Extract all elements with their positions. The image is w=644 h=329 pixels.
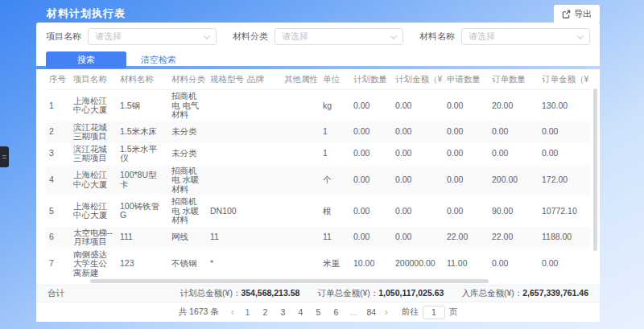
table-cell xyxy=(244,195,281,227)
table-cell: 0.00 xyxy=(392,143,444,165)
table-row: 5上海松江中心大厦100铸铁管G招商机电 水暖材料DN100根0.000.000… xyxy=(46,195,590,227)
project-name-label: 项目名称 xyxy=(46,31,81,43)
table-cell xyxy=(281,227,320,249)
table-cell: 上海松江中心大厦 xyxy=(70,90,117,121)
page-button[interactable]: 3 xyxy=(277,307,289,317)
drawer-toggle-handle[interactable] xyxy=(0,146,9,167)
total-count-text: 共 1673 条 xyxy=(179,306,219,318)
project-name-placeholder: 请选择 xyxy=(95,31,122,43)
page-button[interactable]: 4 xyxy=(295,307,307,317)
column-header: 申请数量 xyxy=(444,69,489,90)
table-cell: 网线 xyxy=(168,227,207,249)
horizontal-scrollbar[interactable] xyxy=(90,279,489,283)
column-header: 品牌 xyxy=(244,69,281,90)
table-cell xyxy=(281,249,320,279)
project-name-select[interactable]: 请选择 xyxy=(88,28,217,45)
table-cell xyxy=(244,143,281,165)
column-header: 项目名称 xyxy=(70,69,117,90)
table-cell xyxy=(207,143,244,165)
table-cell: 0.00 xyxy=(350,195,392,227)
goto-page-input[interactable] xyxy=(423,306,445,319)
filter-panel: 项目名称 请选择 材料分类 请选择 材料名称 请选择 搜索 清空检索 xyxy=(36,23,600,66)
column-header: 材料名称 xyxy=(117,69,168,90)
table-cell: 太空电梯--月球项目 xyxy=(70,227,117,249)
export-icon xyxy=(562,10,571,19)
table-cell: 1188.00 xyxy=(539,227,590,249)
table-cell: 未分类 xyxy=(168,143,207,165)
page-button[interactable]: 2 xyxy=(259,307,271,317)
table-cell: 0.00 xyxy=(392,227,444,249)
material-name-label: 材料名称 xyxy=(419,31,455,43)
material-name-select[interactable]: 请选择 xyxy=(461,28,590,45)
table-cell: 200.00 xyxy=(489,165,539,196)
table-cell: 1 xyxy=(46,90,70,121)
filter-row: 项目名称 请选择 材料分类 请选择 材料名称 请选择 xyxy=(46,28,590,45)
column-header: 计划金额（¥） xyxy=(392,69,444,90)
table-row: 3滨江花城三期项目1.5米水平仪未分类10.000.000.000.000.00 xyxy=(46,143,590,165)
table-cell: 米重 xyxy=(320,249,350,279)
table-cell: 11.00 xyxy=(444,249,489,279)
material-category-select[interactable]: 请选择 xyxy=(275,28,403,45)
table-cell: 0.00 xyxy=(444,143,489,165)
table-cell: 0.00 xyxy=(392,121,444,143)
page-button[interactable]: 5 xyxy=(312,307,324,317)
column-header: 其他属性 xyxy=(281,69,320,90)
vertical-scrollbar[interactable] xyxy=(593,88,597,251)
table-cell: 0.00 xyxy=(392,90,444,121)
page-button[interactable]: 84 xyxy=(365,307,378,317)
page-button[interactable]: 1 xyxy=(242,307,254,317)
column-header: 单位 xyxy=(320,69,350,90)
table-cell: 0.00 xyxy=(444,195,489,227)
next-page-button[interactable]: › xyxy=(383,307,390,317)
table-cell: 0.00 xyxy=(489,121,539,143)
table-cell: 172.00 xyxy=(539,165,590,196)
column-header: 计划数量 xyxy=(350,69,392,90)
material-category-label: 材料分类 xyxy=(233,31,268,43)
material-category-placeholder: 请选择 xyxy=(282,31,308,43)
table-cell: 0.00 xyxy=(350,165,392,196)
prev-page-button[interactable]: ‹ xyxy=(229,307,236,317)
table-cell: 1 xyxy=(320,143,350,165)
table-cell: 5 xyxy=(46,195,70,227)
table-cell xyxy=(207,165,244,196)
table-cell xyxy=(244,165,281,196)
filter-actions: 搜索 清空检索 xyxy=(46,51,590,68)
table-cell: 4 xyxy=(46,165,70,196)
table-cell xyxy=(281,90,320,121)
table-row: 6太空电梯--月球项目111网线11110.000.0022.0022.0011… xyxy=(46,227,590,249)
column-header: 规格型号 xyxy=(207,69,244,90)
table-cell: 22.00 xyxy=(489,227,539,249)
table-cell: 10772.10 xyxy=(539,195,590,227)
table-cell: 0.00 xyxy=(444,121,489,143)
table-row: 7南侧盛达大学生公寓新建123不锈钢*米重10.00200000.0011.00… xyxy=(46,249,590,279)
summary-total: 订单总金额(¥)：1,050,117,025.63 xyxy=(317,288,444,299)
export-button[interactable]: 导出 xyxy=(554,5,600,23)
column-header: 订单金额（¥） xyxy=(539,69,590,90)
table-cell: 上海松江中心大厦 xyxy=(70,165,117,196)
summary-total: 入库总金额(¥)：2,657,339,761.46 xyxy=(461,288,588,299)
table-cell: DN100 xyxy=(207,195,244,227)
table-cell xyxy=(244,227,281,249)
table-cell: 90.00 xyxy=(489,195,539,227)
table-cell: 7 xyxy=(46,249,70,279)
table-cell: 0.00 xyxy=(444,90,489,121)
table-cell: 10.00 xyxy=(350,249,392,279)
column-header: 订单数量 xyxy=(489,69,539,90)
table-cell: 11 xyxy=(207,227,244,249)
table-cell: 0.00 xyxy=(489,249,539,279)
table-cell xyxy=(244,249,281,279)
page-button: ... xyxy=(348,307,360,317)
table-cell: 滨江花城三期项目 xyxy=(70,143,117,165)
material-name-placeholder: 请选择 xyxy=(469,31,495,43)
table-cell: 11 xyxy=(320,227,350,249)
search-button[interactable]: 搜索 xyxy=(46,51,126,68)
plan-execution-table: 序号项目名称材料名称材料分类规格型号品牌其他属性单位计划数量计划金额（¥）申请数… xyxy=(46,69,590,278)
table-cell: 0.00 xyxy=(350,121,392,143)
table-cell: 招商机电 电气材料 xyxy=(168,90,207,121)
table-cell: 6 xyxy=(46,227,70,249)
page-list: 123456...84 xyxy=(242,307,378,317)
clear-search-button[interactable]: 清空检索 xyxy=(141,54,176,66)
page-button[interactable]: 6 xyxy=(330,307,342,317)
table-header-row: 序号项目名称材料名称材料分类规格型号品牌其他属性单位计划数量计划金额（¥）申请数… xyxy=(46,69,590,90)
table-cell: 0.00 xyxy=(444,165,489,196)
